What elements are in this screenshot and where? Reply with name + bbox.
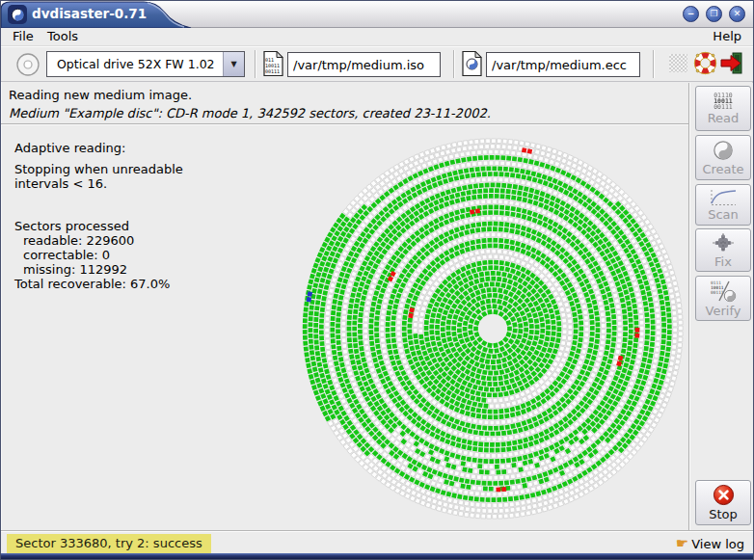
readable-count: readable: 229600 bbox=[14, 233, 207, 248]
preferences-icon bbox=[669, 54, 687, 72]
statusbar: Sector 333680, try 2: success ☛ View log bbox=[1, 530, 753, 555]
status-header: Reading new medium image. Medium "Exampl… bbox=[1, 83, 688, 125]
create-button-label: Create bbox=[702, 162, 743, 176]
create-icon bbox=[713, 140, 734, 161]
exit-door-icon bbox=[719, 51, 743, 75]
view-log-button[interactable]: ☛ View log bbox=[676, 534, 744, 553]
menubar: File Tools Help bbox=[1, 28, 753, 46]
toolbar: Optical drive 52X FW 1.02 ▼ 011 10011 00… bbox=[1, 46, 753, 82]
drive-select[interactable]: Optical drive 52X FW 1.02 ▼ bbox=[46, 51, 245, 77]
sector-spiral-visualization bbox=[205, 125, 687, 530]
iso-path-input[interactable] bbox=[287, 52, 441, 77]
adaptive-reading-label: Adaptive reading: bbox=[14, 141, 207, 155]
window-bottom-border bbox=[1, 553, 753, 559]
view-log-label: View log bbox=[691, 535, 744, 553]
verify-button-label: Verify bbox=[706, 304, 741, 318]
preferences-button[interactable] bbox=[669, 54, 687, 72]
scan-icon bbox=[709, 188, 738, 206]
stopping-condition-line1: Stopping when unreadable bbox=[14, 162, 207, 176]
scan-button-label: Scan bbox=[708, 207, 739, 222]
ecc-path-input[interactable] bbox=[486, 52, 640, 77]
dvdisaster-window: dvdisaster-0.71 − ❐ ✕ File Tools Help Op… bbox=[0, 0, 754, 560]
status-message: Sector 333680, try 2: success bbox=[7, 534, 211, 553]
reading-info-panel: Adaptive reading: Stopping when unreadab… bbox=[14, 141, 207, 291]
toolbar-separator bbox=[453, 50, 455, 78]
action-sidebar: 011101001100111 Read Create Scan bbox=[688, 83, 754, 530]
fix-icon bbox=[711, 232, 736, 253]
lifebuoy-icon bbox=[693, 51, 717, 75]
create-button[interactable]: Create bbox=[695, 135, 751, 180]
correctable-count: correctable: 0 bbox=[14, 248, 207, 262]
stop-icon bbox=[713, 484, 735, 506]
read-icon: 011101001100111 bbox=[714, 93, 733, 110]
menu-tools[interactable]: Tools bbox=[40, 28, 86, 46]
read-button[interactable]: 011101001100111 Read bbox=[695, 86, 751, 131]
menu-help[interactable]: Help bbox=[705, 28, 749, 46]
read-button-label: Read bbox=[708, 111, 740, 125]
medium-info: Medium "Example disc": CD-R mode 1, 3425… bbox=[9, 106, 688, 120]
window-title: dvdisaster-0.71 bbox=[32, 1, 147, 28]
app-logo-icon bbox=[8, 5, 27, 24]
stop-button-label: Stop bbox=[709, 507, 738, 521]
titlebar[interactable]: dvdisaster-0.71 − ❐ ✕ bbox=[1, 1, 753, 28]
chevron-down-icon[interactable]: ▼ bbox=[223, 52, 244, 76]
sectors-processed-label: Sectors processed bbox=[14, 219, 207, 233]
drive-select-value: Optical drive 52X FW 1.02 bbox=[47, 57, 223, 71]
disc-icon bbox=[15, 52, 40, 77]
fix-button[interactable]: Fix bbox=[695, 228, 751, 272]
verify-icon: 0111 10011 00111 bbox=[710, 280, 737, 303]
toolbar-separator bbox=[255, 50, 256, 78]
missing-count: missing: 112992 bbox=[14, 262, 207, 277]
fix-button-label: Fix bbox=[714, 254, 732, 269]
operation-title: Reading new medium image. bbox=[9, 88, 688, 102]
verify-button[interactable]: 0111 10011 00111 Verify bbox=[695, 276, 751, 321]
total-recoverable: Total recoverable: 67.0% bbox=[14, 277, 207, 291]
ecc-file-icon bbox=[461, 50, 483, 77]
stopping-condition-line2: intervals < 16. bbox=[14, 176, 207, 191]
minimize-button[interactable]: − bbox=[683, 6, 699, 22]
help-button[interactable] bbox=[693, 51, 717, 75]
toolbar-separator bbox=[653, 50, 655, 78]
maximize-button[interactable]: ❐ bbox=[706, 6, 722, 22]
svg-text:00111: 00111 bbox=[265, 68, 280, 74]
scan-button[interactable]: Scan bbox=[695, 184, 751, 226]
pointing-hand-icon: ☛ bbox=[676, 537, 688, 550]
menu-file[interactable]: File bbox=[5, 28, 41, 46]
close-button[interactable]: ✕ bbox=[729, 6, 745, 22]
stop-button[interactable]: Stop bbox=[695, 480, 751, 525]
quit-button[interactable] bbox=[719, 51, 743, 75]
iso-file-icon: 011 10011 00111 bbox=[262, 50, 284, 77]
